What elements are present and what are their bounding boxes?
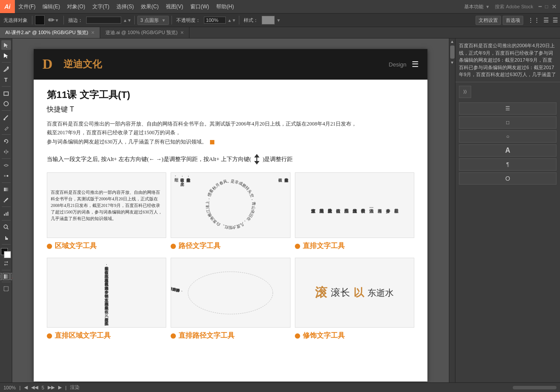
svg-point-28 (188, 272, 273, 314)
next-page-btn[interactable]: ▶▶ (48, 385, 55, 390)
opacity-label: 不透明度： (175, 17, 202, 24)
lt-sep2 (2, 86, 10, 87)
pencil-tool[interactable] (1, 123, 11, 133)
hand-tool[interactable] (1, 233, 11, 242)
hamburger-icon[interactable]: ☰ (412, 60, 419, 69)
gradient-tool[interactable] (1, 185, 11, 194)
graph-tool[interactable] (1, 209, 11, 218)
reflect-tool[interactable] (1, 147, 11, 157)
menu-window[interactable]: 窗口(W) (187, 0, 213, 13)
fill-solid[interactable] (0, 273, 2, 280)
shape-tool[interactable] (1, 88, 11, 98)
vert-area-tool-cell: 非成败转头空，青山依旧在，几度夕阳红。白发渔樵江渚上，惯看秋月春风。一壶浊酒喜相… (47, 258, 166, 340)
svg-rect-14 (4, 214, 5, 216)
prev-page-btn[interactable]: ◀ (24, 385, 28, 390)
style-swatch[interactable] (262, 16, 275, 24)
last-page-btn[interactable]: ▶ (58, 385, 62, 390)
menu-file[interactable]: 文件(F) (15, 0, 39, 13)
stroke-arrow[interactable]: ▲▼ (123, 18, 132, 23)
menu-text[interactable]: 文字(T) (89, 0, 113, 13)
svg-rect-16 (7, 212, 8, 216)
rp-hamburger[interactable]: ☰ (459, 102, 556, 115)
vert-text-example: 滚滚长江东逝水 浪花淘尽英雄 是非成败转头空 青山依旧在 几度夕阳红 白发渔樵江… (295, 172, 414, 238)
rp-o-icon[interactable]: Ο (459, 172, 556, 185)
opacity-input[interactable] (204, 17, 226, 24)
rp-circle[interactable]: ○ (459, 130, 556, 143)
tip-text: 当输入一段文字之后, 按Alt+ 左右方向键(← →)是调整字间距，按Alt+ … (47, 153, 414, 165)
fill-gradient[interactable] (3, 273, 10, 280)
menu-help[interactable]: 帮助(H) (213, 0, 238, 13)
more-options-icon[interactable]: ⋮⋮ (528, 17, 540, 24)
tab-1-close[interactable]: ✕ (91, 30, 94, 35)
select-tool[interactable] (1, 40, 11, 50)
artboard-tool[interactable] (1, 284, 11, 294)
zoom-tool[interactable] (1, 222, 11, 232)
logo-svg: D (42, 56, 60, 73)
tab-1[interactable]: AI-课件2.ai* @ 100% (RGB/GPU 预览) ✕ (0, 27, 100, 38)
rp-text-icon[interactable]: A (459, 144, 556, 157)
eyedropper-tool[interactable] (1, 195, 11, 205)
search-stock-label[interactable]: 搜索 Adobe Stock (495, 4, 533, 10)
blend-tool[interactable] (1, 171, 11, 181)
logo-area: D 逆迪文化 (42, 56, 102, 73)
layout-icon[interactable]: ☰ (543, 17, 549, 24)
rp-square[interactable]: □ (459, 116, 556, 129)
svg-text:非成败转头空，青山依旧在，几度夕阳红。白发渔樵江渚上，惯看秋: 非成败转头空，青山依旧在，几度夕阳红。白发渔樵江渚上，惯看秋月春风。一壶浊酒喜相 (171, 280, 183, 294)
basic-function-label[interactable]: 基本功能 (464, 4, 483, 10)
right-scrollbar: ▲ ▼ (449, 38, 455, 392)
circular-text-area: 是非成败转头空，青山依旧在，几度夕阳红。白发渔樵江渚上，惯看秋月春风。 (204, 178, 257, 232)
svg-marker-1 (4, 53, 8, 58)
tools-grid-row1: 百度百科是百度公司推出的一部内容开放、自由的网络百科全书平台，其测试版于2006… (47, 172, 414, 251)
doc-settings-btn[interactable]: 文档设置 (476, 16, 501, 25)
left-vert-text: 是非成败转头空，青山依旧在，几度夕阳红。 (173, 175, 191, 179)
rp-paragraph-icon[interactable]: ¶ (459, 158, 556, 171)
style-arrow[interactable]: ▼ (276, 18, 281, 23)
path-text-example: 是非成败转头空，青山依旧在，几度夕阳红。 是非成败转头空，青山依旧在，几度夕阳红 (171, 172, 290, 238)
scroll-up-btn[interactable]: ▲ (449, 38, 455, 45)
color-swatch[interactable] (35, 15, 45, 25)
svg-marker-9 (7, 150, 8, 153)
menu-edit[interactable]: 编辑(E) (39, 0, 63, 13)
status-bar: 100% | ◀ ◀◀ 5 ▶▶ ▶ | 渲染 (0, 382, 560, 392)
rp-collapse-btn[interactable]: ⟩⟩ (459, 86, 471, 98)
text-tool[interactable]: T (1, 75, 11, 84)
menu-effect[interactable]: 效果(C) (137, 0, 162, 13)
panel-icon[interactable]: ☰ (553, 17, 558, 24)
decor-char-1: 滚 (315, 284, 327, 301)
menu-view[interactable]: 视图(V) (162, 0, 187, 13)
description-text: 百度百科是百度公司推出的一部内容开放、自由的网络百科全书平台。其测试版于2006… (47, 119, 414, 146)
status-sep2: | (65, 385, 66, 390)
scroll-down-btn[interactable]: ▼ (449, 60, 455, 66)
preferences-btn[interactable]: 首选项 (503, 16, 523, 25)
swap-colors-icon[interactable] (3, 260, 9, 268)
tools-grid-row2: 非成败转头空，青山依旧在，几度夕阳红。白发渔樵江渚上，惯看秋月春风。一壶浊酒喜相… (47, 258, 414, 340)
decor-text-4: 东逝水 (368, 287, 394, 299)
brush-mode[interactable]: ✏ ▼ (46, 15, 61, 25)
decor-label: 修饰文字工具 (295, 331, 414, 340)
path-text-label: 路径文字工具 (171, 242, 290, 251)
orange-dot-4 (47, 333, 52, 339)
color-boxes[interactable] (1, 248, 11, 259)
menu-select[interactable]: 选择(S) (113, 0, 137, 13)
stroke-input[interactable] (86, 17, 121, 24)
brush-tool[interactable] (1, 112, 11, 122)
width-tool[interactable] (1, 161, 11, 170)
direct-select-tool[interactable] (1, 51, 11, 60)
brush-shape-btn[interactable]: 3 点圆形 ▼ (137, 16, 169, 25)
vert-text-cols: 滚滚长江东逝水 浪花淘尽英雄 是非成败转头空 青山依旧在 几度夕阳红 白发渔樵江… (307, 203, 402, 207)
menu-object[interactable]: 对象(O) (63, 0, 88, 13)
orange-dot-1 (47, 244, 52, 249)
rotate-tool[interactable] (1, 136, 11, 146)
canvas-area[interactable]: D 逆迪文化 Design ☰ 第11课 文字工具(T) 快捷键 T 百度百科是… (12, 38, 449, 392)
first-page-btn[interactable]: ◀◀ (31, 385, 38, 390)
tab-2[interactable]: 逆迪.ai @ 100% (RGB/GPU 预览) ✕ (100, 27, 189, 38)
svg-text:是非成败转头空，青山依旧在，几度夕阳红。白发渔樵江渚上，惯看: 是非成败转头空，青山依旧在，几度夕阳红。白发渔樵江渚上，惯看秋月春风。 (205, 179, 256, 230)
vert-path-label: 直排路径文字工具 (171, 331, 290, 340)
tab-2-close[interactable]: ✕ (180, 30, 184, 35)
ellipse-tool[interactable] (1, 99, 11, 108)
pen-tool[interactable] (1, 64, 11, 74)
doc-body: 第11课 文字工具(T) 快捷键 T 百度百科是百度公司推出的一部内容开放、自由… (34, 80, 427, 356)
opacity-arrow[interactable]: ▲▼ (228, 18, 236, 23)
scroll-thumb[interactable] (450, 46, 455, 59)
vert-area-label: 直排区域文字工具 (47, 331, 166, 340)
